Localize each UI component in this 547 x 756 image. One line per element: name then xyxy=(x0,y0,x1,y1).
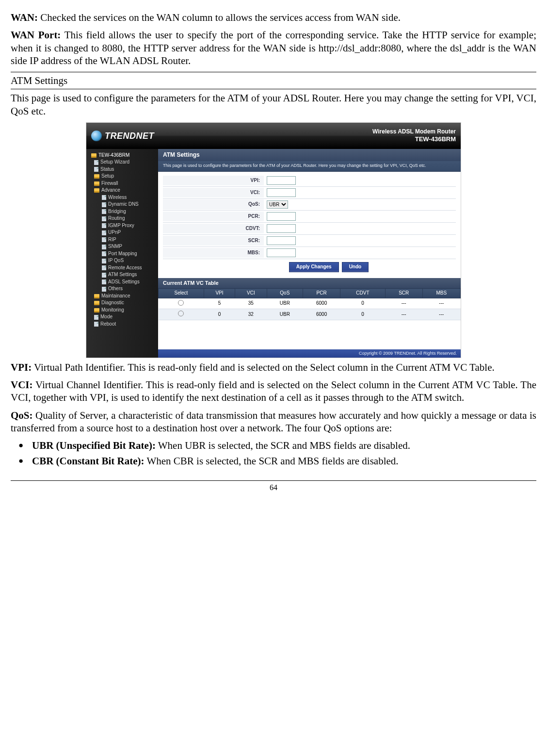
router-title: Wireless ADSL Modem Router TEW-436BRM xyxy=(372,128,456,143)
router-content: ATM Settings This page is used to config… xyxy=(158,149,461,358)
page-icon xyxy=(102,223,106,228)
sidebar-item-adsl-settings[interactable]: ADSL Settings xyxy=(86,279,158,286)
label-ubr: UBR (Unspecified Bit Rate): xyxy=(32,440,156,451)
panel-title: ATM Settings xyxy=(158,149,461,161)
sidebar-item-dynamic-dns[interactable]: Dynamic DNS xyxy=(86,201,158,208)
sidebar-item-mode[interactable]: Mode xyxy=(86,313,158,321)
row-pcr: PCR: xyxy=(163,211,456,223)
th-vci: VCI xyxy=(235,289,267,298)
page-icon xyxy=(102,279,106,284)
sidebar-item-igmp-proxy[interactable]: IGMP Proxy xyxy=(86,222,158,230)
select-qos[interactable]: UBR xyxy=(267,200,288,209)
vc-table-title: Current ATM VC Table xyxy=(158,278,461,289)
divider xyxy=(11,89,536,89)
radio-select[interactable] xyxy=(178,311,184,316)
sidebar-item-routing[interactable]: Routing xyxy=(86,215,158,222)
sidebar-item-firewall[interactable]: Firewall xyxy=(86,180,158,187)
cell-vpi: 0 xyxy=(204,309,235,320)
sidebar-item-monitoring[interactable]: Monitoring xyxy=(86,307,158,314)
page-icon xyxy=(102,216,106,221)
footer-rule xyxy=(11,480,536,481)
text-cbr: When CBR is selected, the SCR and MBS fi… xyxy=(145,455,399,467)
sidebar-item-setup[interactable]: Setup xyxy=(86,173,158,180)
label-cdvt: CDVT: xyxy=(163,224,264,234)
logo-icon xyxy=(91,131,102,141)
para-wan-port: WAN Port: This field allows the user to … xyxy=(11,29,536,67)
th-pcr: PCR xyxy=(303,289,340,298)
para-qos: QoS: Quality of Server, a characteristic… xyxy=(11,409,536,435)
input-scr[interactable] xyxy=(267,236,296,245)
sidebar-item-diagnostic[interactable]: Diagnostic xyxy=(86,299,158,307)
apply-changes-button[interactable]: Apply Changes xyxy=(289,262,339,272)
radio-select[interactable] xyxy=(178,300,184,306)
row-cdvt: CDVT: xyxy=(163,223,456,235)
undo-button[interactable]: Undo xyxy=(342,262,369,272)
router-screenshot: TRENDNET Wireless ADSL Modem Router TEW-… xyxy=(86,122,461,358)
sidebar-item-maintainance[interactable]: Maintainance xyxy=(86,293,158,300)
page-icon xyxy=(102,259,106,263)
text-wan-port: This field allows the user to specify th… xyxy=(11,29,536,66)
page-icon xyxy=(94,167,98,172)
folder-icon xyxy=(91,153,97,158)
sidebar-item-upnp[interactable]: UPnP xyxy=(86,229,158,236)
input-cdvt[interactable] xyxy=(267,224,296,233)
page-icon xyxy=(102,245,106,249)
folder-icon xyxy=(94,294,99,298)
page-number: 64 xyxy=(11,483,536,493)
page-icon xyxy=(102,287,106,292)
label-vci: VCI: xyxy=(163,188,264,198)
page-icon xyxy=(94,315,98,320)
label-vci-def: VCI: xyxy=(11,379,33,391)
page-icon xyxy=(102,195,106,200)
input-mbs[interactable] xyxy=(267,248,296,257)
row-scr: SCR: xyxy=(163,235,456,247)
router-header: TRENDNET Wireless ADSL Modem Router TEW-… xyxy=(86,123,461,149)
input-pcr[interactable] xyxy=(267,212,296,221)
page-icon xyxy=(102,230,106,235)
qos-options-list: UBR (Unspecified Bit Rate): When UBR is … xyxy=(11,439,536,468)
text-vci-def: Virtual Channel Identifier. This is read… xyxy=(11,379,536,403)
cell-mbs: --- xyxy=(422,309,460,320)
cell-qos: UBR xyxy=(267,298,303,309)
cell-scr: --- xyxy=(385,298,422,309)
cell-pcr: 6000 xyxy=(303,309,340,320)
text-ubr: When UBR is selected, the SCR and MBS fi… xyxy=(156,440,410,451)
sidebar-item-status[interactable]: Status xyxy=(86,166,158,173)
row-mbs: MBS: xyxy=(163,247,456,259)
router-body: TEW-436BRM Setup Wizard Status Setup Fir… xyxy=(86,149,461,358)
router-footer: Copyright © 2009 TRENDnet. All Rights Re… xyxy=(158,349,461,358)
page-icon xyxy=(102,237,106,242)
text-vpi-def: Virtual Path Identifier. This is read-on… xyxy=(32,362,495,373)
folder-icon xyxy=(94,188,99,193)
th-qos: QoS xyxy=(267,289,303,298)
page-icon xyxy=(102,251,106,256)
sidebar-item-wireless[interactable]: Wireless xyxy=(86,194,158,201)
sidebar-item-others[interactable]: Others xyxy=(86,285,158,293)
cell-cdvt: 0 xyxy=(340,298,386,309)
label-vpi: VPI: xyxy=(163,176,264,186)
table-row: 5 35 UBR 6000 0 --- --- xyxy=(159,298,461,309)
page-icon xyxy=(102,202,106,207)
sidebar-root[interactable]: TEW-436BRM xyxy=(86,152,158,159)
input-vci[interactable] xyxy=(267,188,296,197)
cell-cdvt: 0 xyxy=(340,309,386,320)
cell-vci: 32 xyxy=(235,309,267,320)
page-icon xyxy=(94,160,98,165)
th-mbs: MBS xyxy=(422,289,460,298)
router-model: TEW-436BRM xyxy=(372,135,456,143)
sidebar-item-remote-access[interactable]: Remote Access xyxy=(86,264,158,272)
para-atm-intro: This page is used to configure the param… xyxy=(11,92,536,117)
input-vpi[interactable] xyxy=(267,176,296,185)
folder-icon xyxy=(94,181,99,186)
sidebar-item-snmp[interactable]: SNMP xyxy=(86,243,158,250)
sidebar-item-reboot[interactable]: Reboot xyxy=(86,321,158,328)
sidebar-item-atm-settings[interactable]: ATM Settings xyxy=(86,271,158,279)
sidebar-item-advance[interactable]: Advance xyxy=(86,187,158,194)
sidebar-item-port-mapping[interactable]: Port Mapping xyxy=(86,250,158,258)
sidebar-item-rip[interactable]: RIP xyxy=(86,236,158,244)
label-qos: QoS: xyxy=(163,199,264,210)
sidebar-item-bridging[interactable]: Bridging xyxy=(86,208,158,215)
label-pcr: PCR: xyxy=(163,212,264,222)
sidebar-item-setup-wizard[interactable]: Setup Wizard xyxy=(86,159,158,166)
sidebar-item-ip-qos[interactable]: IP QoS xyxy=(86,257,158,264)
